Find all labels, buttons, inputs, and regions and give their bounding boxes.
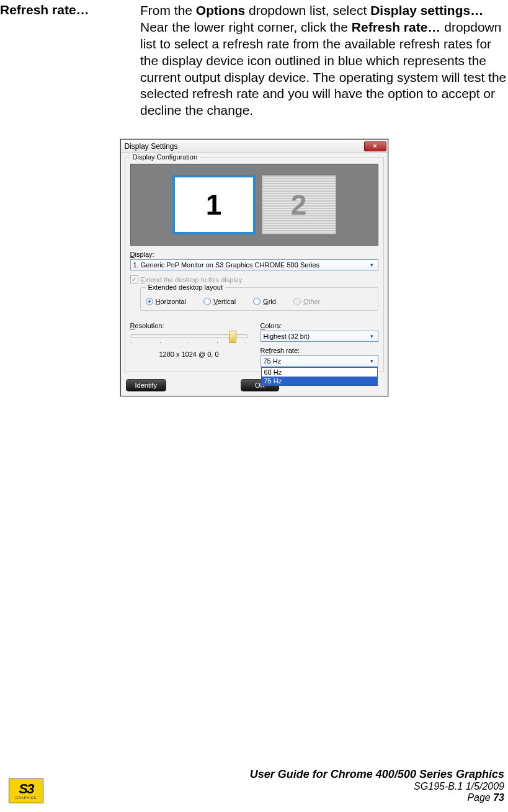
refresh-rate-options: 60 Hz 75 Hz	[261, 367, 378, 386]
radio-icon	[203, 298, 211, 305]
text: isplay:	[135, 251, 154, 258]
chevron-down-icon: ▾	[368, 332, 377, 341]
text: E	[141, 276, 145, 283]
refresh-rate-value: 75 Hz	[264, 357, 282, 365]
group-title: Extended desktop layout	[146, 283, 225, 291]
dialog-titlebar: Display Settings ×	[121, 140, 388, 153]
radio-other: Other	[293, 298, 321, 305]
display-configuration-group: Display Configuration 1 2 Display: 1. Ge…	[125, 157, 384, 372]
display-dropdown-value: 1. Generic PnP Monitor on S3 Graphics CH…	[133, 261, 320, 269]
close-icon: ×	[373, 143, 377, 149]
entry-term: Refresh rate…	[0, 2, 140, 17]
text: dropdown list, select	[245, 3, 370, 17]
text: From the	[140, 3, 196, 17]
slider-thumb[interactable]	[229, 331, 236, 343]
text: dropdown list to select a refresh rate f…	[140, 20, 506, 117]
resolution-value: 1280 x 1024 @ 0, 0	[130, 350, 248, 358]
chevron-down-icon: ▾	[368, 357, 377, 365]
text: rid	[269, 298, 276, 305]
close-button[interactable]: ×	[364, 141, 386, 151]
monitor-arrangement-area[interactable]: 1 2	[130, 164, 378, 246]
text: G	[263, 298, 269, 305]
radio-vertical[interactable]: Vertical	[203, 298, 236, 305]
refresh-rate-label: Refresh rate:	[261, 347, 378, 354]
colors-dropdown[interactable]: Highest (32 bit) ▾	[261, 331, 378, 342]
text-bold: Refresh rate…	[352, 20, 441, 34]
text: olors:	[265, 322, 282, 329]
display-label: Display:	[130, 251, 378, 258]
text: ertical	[218, 298, 236, 305]
radio-grid[interactable]: Grid	[253, 298, 276, 305]
checkbox-icon: ✓	[130, 275, 138, 283]
refresh-option-75hz[interactable]: 75 Hz	[262, 377, 377, 385]
refresh-rate-dropdown[interactable]: 75 Hz ▾ 60 Hz 75 Hz	[261, 355, 378, 367]
text: Page	[467, 792, 493, 803]
text: Re	[261, 347, 269, 354]
text: orizontal	[160, 298, 186, 305]
logo-subtext: GRAPHICS	[16, 796, 37, 800]
radio-icon	[253, 298, 261, 305]
text: esolution:	[135, 322, 164, 329]
radio-icon	[146, 298, 153, 305]
resolution-slider[interactable]	[130, 334, 248, 338]
chevron-down-icon: ▾	[368, 261, 377, 269]
refresh-option-60hz[interactable]: 60 Hz	[262, 368, 377, 377]
text: ther	[308, 298, 320, 305]
identify-button[interactable]: Identify	[126, 379, 166, 391]
display-dropdown[interactable]: 1. Generic PnP Monitor on S3 Graphics CH…	[130, 259, 378, 270]
text-bold: Display settings…	[370, 3, 483, 17]
colors-value: Highest (32 bit)	[264, 332, 310, 340]
display-settings-dialog: Display Settings × Display Configuration…	[120, 139, 388, 396]
extend-desktop-checkbox: ✓ Extend the desktop to this display	[130, 275, 378, 283]
radio-icon	[293, 298, 301, 305]
extended-layout-group: Extended desktop layout Horizontal Verti…	[140, 287, 378, 311]
page-number: 73	[493, 792, 504, 803]
s3-logo: S3 GRAPHICS	[9, 779, 43, 803]
text: resh rate:	[271, 347, 300, 354]
footer-title: User Guide for Chrome 400/500 Series Gra…	[250, 768, 504, 781]
logo-text: S3	[19, 782, 33, 796]
resolution-label: Resolution:	[130, 322, 248, 329]
text: xtend the desktop to this display	[145, 276, 243, 283]
entry-description: From the Options dropdown list, select D…	[140, 2, 508, 119]
colors-label: Colors:	[261, 322, 378, 329]
text-bold: Options	[196, 3, 245, 17]
text: Near the lower right corner, click the	[140, 20, 352, 34]
monitor-2[interactable]: 2	[262, 175, 336, 234]
footer-page: Page 73	[250, 792, 504, 803]
text: V	[213, 298, 218, 305]
radio-horizontal[interactable]: Horizontal	[146, 298, 187, 305]
group-title: Display Configuration	[130, 153, 200, 161]
monitor-1[interactable]: 1	[172, 175, 256, 234]
footer-docinfo: SG195-B.1 1/5/2009	[250, 781, 504, 792]
dialog-title: Display Settings	[125, 142, 178, 151]
page-footer: S3 GRAPHICS User Guide for Chrome 400/50…	[0, 768, 508, 803]
